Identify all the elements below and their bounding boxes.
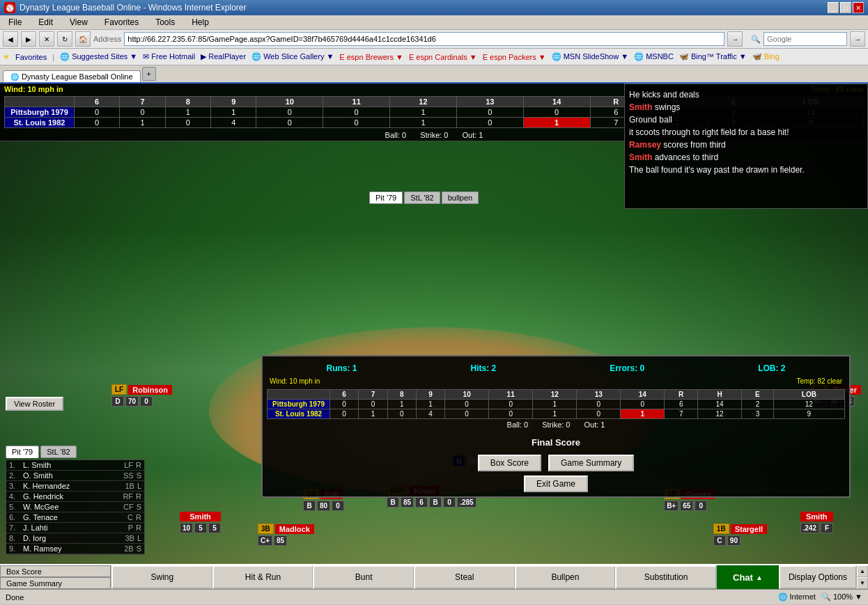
- lf-pos-badge: LF: [111, 384, 127, 395]
- mid-hits: Hits: 2: [470, 363, 496, 373]
- title-bar: ⚾ Dynasty League Baseball Online - Windo…: [0, 0, 868, 15]
- scroll-up-button[interactable]: ▲: [857, 565, 868, 577]
- hit-run-button[interactable]: Hit & Run: [212, 565, 313, 589]
- box-score-left-button[interactable]: Box Score: [0, 565, 111, 577]
- 3b-stat1: 85: [274, 535, 287, 546]
- commentary-box: He kicks and deals Smith swings Ground b…: [624, 84, 868, 209]
- forward-button[interactable]: ▶: [21, 31, 36, 47]
- mid-buttons: Box Score Game Summary: [267, 455, 845, 471]
- substitution-button[interactable]: Substitution: [615, 565, 716, 589]
- stl-roster-tab[interactable]: StL '82: [40, 446, 77, 458]
- roster-item-7: 7. J. Lahti P R: [6, 523, 144, 533]
- fav-hotmail[interactable]: ✉ Free Hotmail: [143, 52, 195, 61]
- commentary-line-6: Smith advances to third: [629, 151, 863, 164]
- steal-button[interactable]: Steal: [414, 565, 515, 589]
- menu-favorites[interactable]: Favorites: [102, 17, 141, 28]
- team-pit: Pittsburgh 1979: [5, 107, 75, 118]
- back-button[interactable]: ◀: [3, 31, 18, 47]
- smith-right-card: Smith .242 F: [800, 512, 833, 533]
- ss-grade1: B: [303, 501, 316, 511]
- menu-edit[interactable]: Edit: [36, 17, 56, 28]
- fav-bing-traffic[interactable]: 🦋 Bing™ Traffic ▼: [679, 52, 747, 61]
- box-score-button[interactable]: Box Score: [478, 455, 541, 471]
- bunt-button[interactable]: Bunt: [313, 565, 414, 589]
- menu-file[interactable]: File: [6, 17, 24, 28]
- refresh-button[interactable]: ↻: [57, 31, 72, 47]
- address-input[interactable]: [124, 32, 724, 46]
- roster-item-5: 5. W. McGee CF S: [6, 502, 144, 512]
- team-stl: St. Louis 1982: [5, 118, 75, 128]
- game-tabs-left: Pit '79 StL '82: [6, 446, 77, 458]
- commentary-line-2: Smith swings: [629, 101, 863, 113]
- smith-right-avg: .242: [800, 523, 819, 533]
- wind-info: Wind: 10 mph in: [4, 85, 63, 93]
- lf-stat1: 70: [125, 396, 139, 407]
- mid-ball-strike: Ball: 0 Strike: 0 Out: 1: [267, 419, 845, 430]
- fav-msnbc[interactable]: 🌐 MSNBC: [634, 52, 674, 61]
- fav-bing[interactable]: 🦋 Bing: [752, 52, 780, 61]
- rhp-avg: .285: [457, 497, 476, 508]
- go-button[interactable]: →: [727, 31, 743, 47]
- fav-suggested[interactable]: 🌐 Suggested Sites ▼: [60, 52, 137, 61]
- fav-msn-slideshow[interactable]: 🌐 MSN SlideShow ▼: [552, 52, 628, 61]
- tab-label: Dynasty League Baseball Online: [22, 72, 133, 81]
- smith-left-card: Smith 10 5 5: [180, 512, 221, 533]
- smith-left-stat3: 5: [208, 523, 221, 533]
- display-options-button[interactable]: Display Options: [779, 565, 857, 589]
- mid-runs: Runs: 1: [326, 363, 357, 373]
- fav-espn-brewers[interactable]: E espn Brewers ▼: [339, 53, 403, 61]
- new-tab-button[interactable]: +: [142, 67, 156, 81]
- ss-stat2: 0: [332, 501, 344, 511]
- rhp-stat5: 0: [443, 497, 456, 508]
- game-summary-button[interactable]: Game Summary: [548, 455, 634, 471]
- mid-stats-row: Runs: 1 Hits: 2 Errors: 0 LOB: 2: [267, 361, 845, 376]
- bullpen-tab[interactable]: bullpen: [442, 191, 479, 204]
- fav-espn-cardinals[interactable]: E espn Cardinals ▼: [409, 53, 477, 61]
- menu-tools[interactable]: Tools: [153, 17, 178, 28]
- commentary-line-3: Ground ball: [629, 113, 863, 126]
- fav-favorites[interactable]: Favorites: [15, 53, 47, 61]
- pit-tabs: Pit '79 StL '82 bullpen: [369, 191, 479, 204]
- pit-roster-tab[interactable]: Pit '79: [6, 446, 39, 458]
- search-input[interactable]: [764, 32, 847, 46]
- maximize-button[interactable]: □: [840, 2, 851, 13]
- mid-score-table: 67891011121314 RHELOB Pittsburgh 1979 00…: [267, 389, 845, 419]
- smith-right-name: Smith: [800, 512, 833, 521]
- search-go-button[interactable]: →: [850, 31, 865, 47]
- game-summary-left-button[interactable]: Game Summary: [0, 577, 111, 589]
- left-buttons: Box Score Game Summary: [0, 565, 111, 589]
- internet-zone: 🌐 Internet: [778, 592, 816, 602]
- menu-view[interactable]: View: [67, 17, 91, 28]
- close-button[interactable]: ✕: [853, 2, 864, 13]
- 2b-grade: B+: [664, 501, 679, 511]
- view-roster-button[interactable]: View Roster: [6, 397, 63, 411]
- chat-label: Chat: [733, 572, 753, 583]
- scroll-down-button[interactable]: ▼: [857, 577, 868, 589]
- roster-item-2: 2. O. Smith SS S: [6, 471, 144, 481]
- 1b-grade: C: [713, 535, 726, 546]
- roster-item-9: 9. M. Ramsey 2B S: [6, 544, 144, 554]
- status-text: Done: [6, 593, 24, 602]
- lf-grade: D: [111, 396, 124, 407]
- fav-webslice[interactable]: 🌐 Web Slice Gallery ▼: [251, 52, 334, 61]
- roster-item-4: 4. G. Hendrick RF R: [6, 492, 144, 502]
- exit-game-button[interactable]: Exit Game: [524, 476, 588, 492]
- home-button[interactable]: 🏠: [75, 31, 91, 47]
- chat-button[interactable]: Chat ▲: [716, 565, 779, 589]
- pit-tab[interactable]: Pit '79: [369, 191, 403, 204]
- stop-button[interactable]: ✕: [39, 31, 54, 47]
- swing-button[interactable]: Swing: [111, 565, 212, 589]
- minimize-button[interactable]: _: [828, 2, 839, 13]
- bullpen-button[interactable]: Bullpen: [515, 565, 616, 589]
- fav-realplayer[interactable]: ▶ RealPlayer: [201, 52, 246, 61]
- smith-left-stat1: 10: [180, 523, 193, 533]
- stl-tab[interactable]: StL '82: [404, 191, 440, 204]
- browser-tab-active[interactable]: 🌐 Dynasty League Baseball Online: [3, 70, 141, 82]
- fav-espn-packers[interactable]: E espn Packers ▼: [483, 53, 546, 61]
- commentary-line-1: He kicks and deals: [629, 88, 863, 101]
- status-bar: Done 🌐 Internet 🔍 100% ▼: [0, 589, 868, 604]
- menu-help[interactable]: Help: [189, 17, 212, 28]
- 3b-player-card: 3B Madlock C+ 85: [258, 522, 314, 546]
- lf-player-card: LF Robinson D 70 0: [111, 383, 172, 407]
- tab-bar: 🌐 Dynasty League Baseball Online +: [0, 65, 868, 84]
